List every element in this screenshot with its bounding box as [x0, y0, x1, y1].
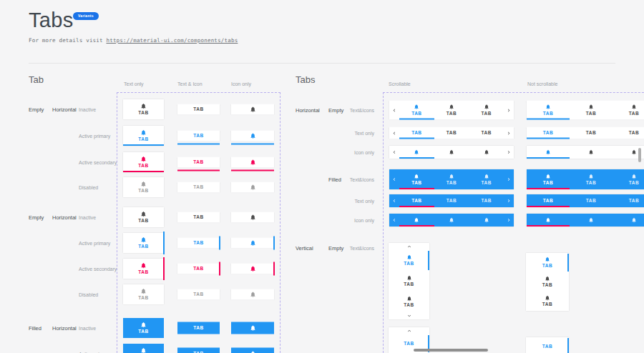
tab[interactable]: TAB: [389, 271, 429, 292]
tab[interactable]: [231, 289, 274, 300]
bell-icon: [484, 217, 489, 223]
tab[interactable]: TAB: [399, 194, 434, 207]
scroll-left-button[interactable]: [389, 214, 399, 227]
tab[interactable]: TAB: [123, 99, 164, 119]
tab[interactable]: TAB: [613, 169, 644, 189]
scroll-left-button[interactable]: [389, 146, 399, 159]
tab[interactable]: [434, 146, 469, 159]
column-header-scrollable: Scrollable: [389, 81, 411, 86]
tab[interactable]: TAB: [527, 101, 570, 120]
scroll-right-button[interactable]: [504, 146, 514, 159]
tab[interactable]: TAB: [389, 292, 429, 312]
tab[interactable]: TAB: [434, 194, 469, 207]
tab[interactable]: TAB: [434, 101, 469, 120]
scroll-left-button[interactable]: [389, 127, 399, 139]
tab[interactable]: TAB: [570, 127, 613, 139]
group-fill-label: Empty: [29, 106, 44, 113]
tab[interactable]: [231, 182, 274, 193]
tab[interactable]: TAB: [526, 272, 569, 292]
scroll-right-button[interactable]: [504, 169, 514, 189]
tab[interactable]: [527, 146, 570, 159]
scroll-up-button[interactable]: [389, 327, 429, 334]
tab[interactable]: [231, 131, 274, 141]
tab[interactable]: TAB: [177, 131, 220, 141]
tab[interactable]: TAB: [177, 238, 220, 249]
tab[interactable]: [231, 212, 274, 223]
tab[interactable]: TAB: [389, 250, 429, 271]
tab[interactable]: [613, 214, 644, 227]
details-link[interactable]: https://material-ui.com/components/tabs: [106, 37, 238, 44]
scroll-left-button[interactable]: [389, 101, 399, 120]
tab[interactable]: TAB: [177, 264, 220, 274]
tab[interactable]: [231, 264, 274, 274]
tab[interactable]: TAB: [123, 318, 164, 338]
tab[interactable]: TAB: [434, 169, 469, 189]
tab[interactable]: [231, 348, 274, 353]
tab[interactable]: [231, 322, 274, 334]
scroll-right-button[interactable]: [504, 214, 514, 227]
tab[interactable]: [469, 146, 504, 159]
bell-icon: [250, 214, 256, 221]
tab[interactable]: [570, 146, 613, 159]
tab[interactable]: TAB: [177, 157, 220, 168]
tab[interactable]: [469, 214, 504, 227]
tab[interactable]: TAB: [526, 292, 569, 311]
group-orientation-label: Horizontal: [52, 214, 77, 221]
bell-icon: [140, 347, 147, 353]
tab[interactable]: TAB: [123, 207, 164, 227]
tab[interactable]: TAB: [177, 348, 220, 353]
tab[interactable]: TAB: [527, 169, 570, 189]
tab[interactable]: TAB: [177, 289, 220, 300]
tab[interactable]: TAB: [570, 169, 613, 189]
tab[interactable]: TAB: [613, 101, 644, 120]
tab[interactable]: TAB: [123, 126, 164, 146]
tab[interactable]: [231, 238, 274, 249]
scroll-left-button[interactable]: [389, 169, 399, 189]
tab[interactable]: TAB: [123, 177, 164, 197]
tab[interactable]: TAB: [527, 127, 570, 139]
state-label: Inactive: [79, 107, 96, 112]
tab[interactable]: TAB: [570, 101, 613, 120]
tab[interactable]: TAB: [123, 259, 164, 279]
tab[interactable]: TAB: [123, 233, 164, 253]
tab[interactable]: TAB: [177, 182, 220, 193]
tab[interactable]: TAB: [177, 322, 220, 334]
tab[interactable]: TAB: [613, 127, 644, 139]
tab[interactable]: [231, 157, 274, 168]
tab[interactable]: [570, 214, 613, 227]
scroll-left-button[interactable]: [389, 194, 399, 207]
scroll-up-button[interactable]: [389, 243, 429, 250]
vertical-scrollbar[interactable]: [638, 148, 641, 162]
tab[interactable]: TAB: [527, 194, 570, 207]
tab[interactable]: TAB: [434, 127, 469, 139]
bell-icon: [140, 156, 147, 162]
horizontal-scrollbar[interactable]: [414, 349, 488, 352]
tab[interactable]: TAB: [399, 127, 434, 139]
tab[interactable]: [399, 146, 434, 159]
tab[interactable]: TAB: [613, 194, 644, 207]
tab[interactable]: TAB: [526, 337, 569, 353]
tab[interactable]: TAB: [177, 104, 220, 115]
tab[interactable]: TAB: [399, 101, 434, 120]
tab-label: TAB: [542, 264, 552, 269]
tab-label: TAB: [586, 181, 596, 186]
tab[interactable]: TAB: [469, 169, 504, 189]
scroll-right-button[interactable]: [504, 101, 514, 120]
tab[interactable]: [231, 104, 274, 115]
tab[interactable]: TAB: [123, 284, 164, 304]
tab[interactable]: TAB: [469, 194, 504, 207]
scroll-right-button[interactable]: [504, 194, 514, 207]
tab[interactable]: TAB: [123, 344, 164, 353]
tab[interactable]: TAB: [123, 152, 164, 172]
tab[interactable]: TAB: [469, 101, 504, 120]
scroll-right-button[interactable]: [504, 127, 514, 139]
tab[interactable]: TAB: [177, 212, 220, 223]
tab[interactable]: TAB: [570, 194, 613, 207]
tab[interactable]: TAB: [526, 253, 569, 272]
tab[interactable]: [527, 214, 570, 227]
tab[interactable]: [434, 214, 469, 227]
tab[interactable]: [399, 214, 434, 227]
scroll-down-button[interactable]: [389, 312, 429, 319]
tab[interactable]: TAB: [399, 169, 434, 189]
tab[interactable]: TAB: [469, 127, 504, 139]
